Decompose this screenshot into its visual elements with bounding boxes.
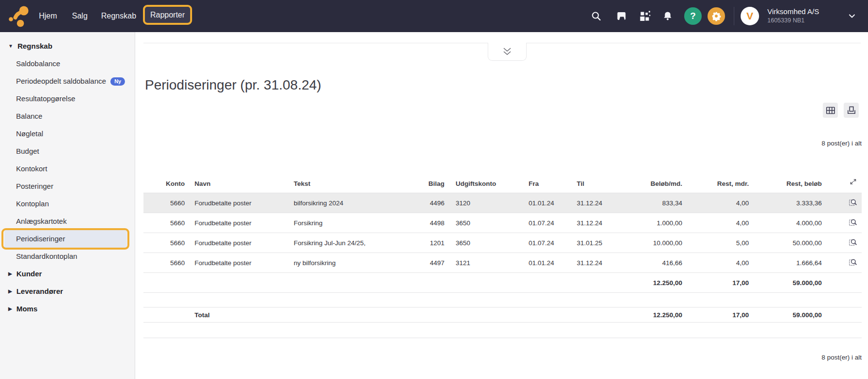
table-row[interactable]: 5660 Forudbetalte poster ny bilforsikrin… xyxy=(143,253,862,273)
cell-konto: 5660 xyxy=(143,233,185,253)
cell-rest-belob: 4.000,00 xyxy=(749,213,822,233)
nav-item-regnskab[interactable]: Regnskab xyxy=(101,0,136,32)
cell-bilag: 4496 xyxy=(399,193,444,213)
view-entries-magnifier-icon[interactable] xyxy=(849,238,857,248)
subtotal-rest-mdr: 17,00 xyxy=(682,273,749,293)
spacer-row xyxy=(143,293,862,307)
apps-grid-icon[interactable] xyxy=(639,10,651,22)
sidebar-item-resultatopgorelse[interactable]: Resultatopgørelse xyxy=(0,90,135,108)
cell-rest-mdr: 5,00 xyxy=(682,233,749,253)
avatar[interactable]: V xyxy=(741,7,759,25)
sidebar-section-leverandorer[interactable]: ▶Leverandører xyxy=(0,283,135,300)
total-label: Total xyxy=(185,307,293,323)
sidebar-item-kontokort[interactable]: Kontokort xyxy=(0,160,135,178)
cell-bilag: 4498 xyxy=(399,213,444,233)
cell-konto: 5660 xyxy=(143,213,185,233)
sidebar-section-moms[interactable]: ▶Moms xyxy=(0,300,135,318)
top-navbar: Hjem Salg Regnskab Rapporter ? V Virksom… xyxy=(0,0,868,32)
sidebar-item-label: Budget xyxy=(16,143,39,160)
cell-belob-md: 10.000,00 xyxy=(622,233,682,253)
sidebar-item-label: Balance xyxy=(16,108,42,125)
column-header-udgiftskonto: Udgiftskonto xyxy=(444,178,528,193)
expand-table-icon[interactable] xyxy=(849,178,857,187)
sidebar-item-label: Periodiseringer xyxy=(16,230,65,248)
e-conomic-logo-icon[interactable] xyxy=(6,4,30,28)
inbox-icon[interactable] xyxy=(616,10,627,22)
new-badge: Ny xyxy=(110,77,125,86)
periodiseringer-table: Konto Navn Tekst Bilag Udgiftskonto Fra … xyxy=(143,178,862,338)
sidebar-section-label: Leverandører xyxy=(17,283,63,300)
navbar-divider xyxy=(734,7,734,25)
spacer-row xyxy=(143,323,862,338)
column-header-tekst: Tekst xyxy=(293,178,399,193)
total-row: Total 12.250,00 17,00 59.000,00 xyxy=(143,307,862,323)
cell-rest-belob: 50.000,00 xyxy=(749,233,822,253)
sidebar-section-kunder[interactable]: ▶Kunder xyxy=(0,265,135,283)
sidebar-item-posteringer[interactable]: Posteringer xyxy=(0,178,135,195)
view-entries-magnifier-icon[interactable] xyxy=(849,258,857,268)
cell-navn: Forudbetalte poster xyxy=(185,233,293,253)
sidebar-item-budget[interactable]: Budget xyxy=(0,143,135,160)
sidebar-item-standardkontoplan[interactable]: Standardkontoplan xyxy=(0,248,135,265)
cell-konto: 5660 xyxy=(143,253,185,273)
sidebar-item-nogletal[interactable]: Nøgletal xyxy=(0,125,135,143)
view-entries-magnifier-icon[interactable] xyxy=(849,218,857,228)
cell-belob-md: 833,34 xyxy=(622,193,682,213)
sidebar-item-balance[interactable]: Balance xyxy=(0,108,135,125)
cell-tekst: ny bilforsikring xyxy=(293,253,399,273)
cell-bilag: 4497 xyxy=(399,253,444,273)
nav-item-salg[interactable]: Salg xyxy=(72,0,88,32)
view-entries-magnifier-icon[interactable] xyxy=(849,198,857,208)
cell-rest-belob: 3.333,36 xyxy=(749,193,822,213)
cell-rest-belob: 1.666,64 xyxy=(749,253,822,273)
nav-item-hjem[interactable]: Hjem xyxy=(39,0,57,32)
table-row[interactable]: 5660 Forudbetalte poster Forsikring Jul-… xyxy=(143,233,862,253)
sidebar-item-label: Posteringer xyxy=(16,178,53,195)
sidebar-item-anlaegskartotek[interactable]: Anlægskartotek xyxy=(0,213,135,230)
table-row[interactable]: 5660 Forudbetalte poster bilforsikring 2… xyxy=(143,193,862,213)
sidebar-item-label: Saldobalance xyxy=(16,55,60,72)
table-view-button[interactable] xyxy=(823,103,838,118)
notifications-bell-icon[interactable] xyxy=(662,11,673,22)
table-row[interactable]: 5660 Forudbetalte poster Forsikring 4498… xyxy=(143,213,862,233)
sidebar-item-periodiseringer[interactable]: Periodiseringer xyxy=(4,230,127,248)
sidebar-item-label: Standardkontoplan xyxy=(16,248,77,265)
cell-belob-md: 1.000,00 xyxy=(622,213,682,233)
sidebar-item-periodeopdelt-saldobalance[interactable]: Periodeopdelt saldobalanceNy xyxy=(0,72,135,90)
cell-konto: 5660 xyxy=(143,193,185,213)
search-icon[interactable] xyxy=(591,11,602,21)
help-icon[interactable]: ? xyxy=(684,7,702,25)
cell-belob-md: 416,66 xyxy=(622,253,682,273)
settings-gear-icon[interactable] xyxy=(708,7,725,25)
sidebar-item-kontoplan[interactable]: Kontoplan xyxy=(0,195,135,213)
sidebar: ▼Regnskab Saldobalance Periodeopdelt sal… xyxy=(0,32,135,379)
expand-filter-panel-tab[interactable] xyxy=(488,43,527,61)
nav-item-rapporter[interactable]: Rapporter xyxy=(150,11,185,19)
double-chevron-down-icon xyxy=(501,47,513,56)
record-count-bottom: 8 post(er) i alt xyxy=(821,354,862,361)
sidebar-section-label: Moms xyxy=(17,300,37,318)
sidebar-section-label: Regnskab xyxy=(18,37,53,55)
table-grid-icon xyxy=(826,106,835,115)
company-number: 1605339 NB1 xyxy=(767,17,819,25)
company-switcher[interactable]: Virksomhed A/S 1605339 NB1 xyxy=(767,6,819,25)
column-header-rest-belob: Rest, beløb xyxy=(749,178,822,193)
company-name: Virksomhed A/S xyxy=(767,6,819,17)
cell-rest-mdr: 4,00 xyxy=(682,193,749,213)
chevron-down-icon[interactable] xyxy=(848,12,856,20)
print-button[interactable] xyxy=(844,103,859,118)
cell-til: 31.12.24 xyxy=(576,253,622,273)
total-rest-mdr: 17,00 xyxy=(682,307,749,323)
printer-icon xyxy=(847,106,856,115)
column-header-bilag: Bilag xyxy=(399,178,444,193)
caret-right-icon: ▶ xyxy=(8,300,12,318)
sidebar-item-saldobalance[interactable]: Saldobalance xyxy=(0,55,135,72)
sidebar-item-label: Anlægskartotek xyxy=(16,213,67,230)
sidebar-section-regnskab[interactable]: ▼Regnskab xyxy=(0,37,135,55)
column-header-fra: Fra xyxy=(528,178,576,193)
cell-udgiftskonto: 3120 xyxy=(444,193,528,213)
cell-udgiftskonto: 3650 xyxy=(444,233,528,253)
cell-til: 31.01.25 xyxy=(576,233,622,253)
subtotal-row: 12.250,00 17,00 59.000,00 xyxy=(143,273,862,293)
record-count-top: 8 post(er) i alt xyxy=(821,140,862,147)
